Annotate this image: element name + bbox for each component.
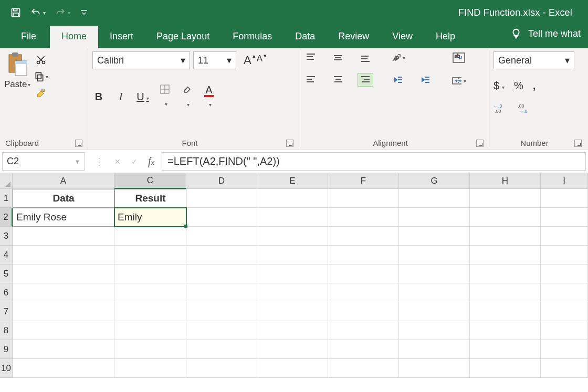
cell[interactable] <box>186 359 257 378</box>
row-header[interactable]: 4 <box>0 246 13 264</box>
cell[interactable] <box>257 283 328 302</box>
align-right-button[interactable] <box>358 73 373 86</box>
number-format-select[interactable]: General▾ <box>494 51 574 69</box>
cell[interactable] <box>470 302 541 321</box>
italic-button[interactable]: I <box>114 91 127 103</box>
cell[interactable] <box>257 321 328 340</box>
cell[interactable] <box>328 264 399 283</box>
column-header[interactable]: F <box>328 173 399 189</box>
cell[interactable] <box>328 246 399 264</box>
font-color-button[interactable]: A <box>203 84 215 109</box>
column-header[interactable]: A <box>13 173 114 189</box>
cut-button[interactable] <box>34 54 48 66</box>
row-header[interactable]: 7 <box>0 302 13 321</box>
drag-handle-icon[interactable]: ⋮ <box>94 156 104 167</box>
cell[interactable] <box>328 340 399 359</box>
cell[interactable] <box>328 359 399 378</box>
cell[interactable] <box>399 264 470 283</box>
copy-button[interactable]: ▾ <box>34 70 48 83</box>
cell-A1[interactable]: Data <box>13 189 114 208</box>
cell[interactable] <box>541 264 588 283</box>
cell[interactable] <box>470 189 541 208</box>
decrease-font-button[interactable]: A▾ <box>257 54 262 67</box>
bold-button[interactable]: B <box>92 91 105 103</box>
align-bottom-button[interactable] <box>358 51 373 64</box>
cell[interactable] <box>257 246 328 264</box>
cell[interactable] <box>541 227 588 246</box>
row-header[interactable]: 1 <box>0 189 13 208</box>
tab-formulas[interactable]: Formulas <box>221 26 284 48</box>
dialog-launcher-icon[interactable] <box>75 140 82 147</box>
cell[interactable] <box>13 321 114 340</box>
tab-file[interactable]: File <box>9 26 50 48</box>
formula-input[interactable]: =LEFT(A2,FIND(" ",A2)) <box>162 152 586 171</box>
fill-color-button[interactable] <box>181 84 193 109</box>
cell[interactable] <box>470 227 541 246</box>
cell[interactable] <box>470 208 541 227</box>
increase-font-button[interactable]: A▴ <box>244 54 251 67</box>
increase-decimal-button[interactable]: ←.0.00 <box>494 103 506 115</box>
cell[interactable] <box>328 321 399 340</box>
cell[interactable] <box>13 359 114 378</box>
undo-button[interactable]: ▾ <box>30 7 46 18</box>
column-header[interactable]: D <box>186 173 257 189</box>
cancel-formula-button[interactable]: ✕ <box>114 157 121 166</box>
cell[interactable] <box>186 340 257 359</box>
cell[interactable] <box>114 321 186 340</box>
cell[interactable] <box>257 208 328 227</box>
cell[interactable] <box>114 246 186 264</box>
decrease-indent-button[interactable] <box>391 73 405 86</box>
cell[interactable] <box>541 321 588 340</box>
align-center-button[interactable] <box>331 73 345 86</box>
cell[interactable] <box>470 340 541 359</box>
cell[interactable] <box>186 227 257 246</box>
cell-A2[interactable]: Emily Rose <box>13 208 114 227</box>
tab-help[interactable]: Help <box>424 26 467 48</box>
underline-button[interactable]: U <box>136 91 149 103</box>
cell[interactable] <box>186 321 257 340</box>
cell[interactable] <box>13 302 114 321</box>
cell[interactable] <box>328 302 399 321</box>
row-header[interactable]: 10 <box>0 359 13 378</box>
decrease-decimal-button[interactable]: .00→.0 <box>518 103 530 115</box>
align-left-button[interactable] <box>303 73 318 86</box>
paste-button[interactable] <box>6 51 29 78</box>
paste-label[interactable]: Paste▾ <box>4 79 30 90</box>
cell[interactable] <box>328 283 399 302</box>
save-button[interactable] <box>10 7 21 18</box>
cell[interactable] <box>541 246 588 264</box>
tab-view[interactable]: View <box>381 26 424 48</box>
cell[interactable] <box>541 189 588 208</box>
cell[interactable] <box>257 302 328 321</box>
cell[interactable] <box>541 283 588 302</box>
cell[interactable] <box>328 227 399 246</box>
cell[interactable] <box>257 340 328 359</box>
name-box[interactable]: C2▼ <box>2 152 85 171</box>
cell[interactable] <box>470 359 541 378</box>
align-middle-button[interactable] <box>331 51 345 64</box>
cell[interactable] <box>13 246 114 264</box>
cell[interactable] <box>541 302 588 321</box>
tab-review[interactable]: Review <box>327 26 381 48</box>
column-header[interactable]: C <box>114 173 186 189</box>
cell[interactable] <box>186 283 257 302</box>
cell[interactable] <box>399 189 470 208</box>
cell[interactable] <box>13 340 114 359</box>
cell[interactable] <box>399 208 470 227</box>
percent-format-button[interactable]: % <box>514 80 523 92</box>
cell[interactable] <box>399 359 470 378</box>
row-header[interactable]: 3 <box>0 227 13 246</box>
select-all-corner[interactable] <box>0 173 13 189</box>
row-header[interactable]: 2 <box>0 208 13 227</box>
qat-customize-button[interactable] <box>80 8 88 17</box>
cell[interactable] <box>13 227 114 246</box>
cell[interactable] <box>186 302 257 321</box>
tab-insert[interactable]: Insert <box>98 26 145 48</box>
cell[interactable] <box>114 340 186 359</box>
tell-me-search[interactable]: Tell me what <box>510 28 588 46</box>
cell[interactable] <box>186 208 257 227</box>
tab-data[interactable]: Data <box>284 26 327 48</box>
cell[interactable] <box>399 302 470 321</box>
cell-C1[interactable]: Result <box>114 189 186 208</box>
format-painter-button[interactable] <box>34 87 48 100</box>
